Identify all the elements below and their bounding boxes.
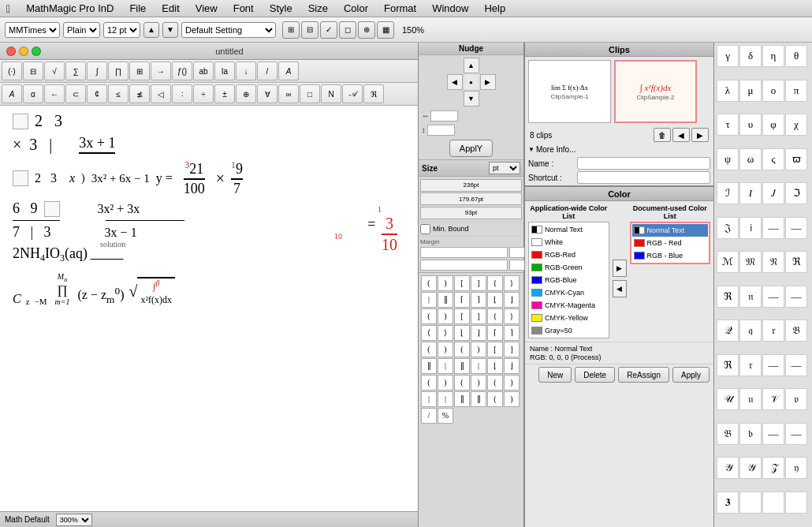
style-selector[interactable]: Plain [63, 22, 100, 38]
doc-color-item-normal[interactable]: Normal Text [632, 224, 709, 237]
char-gothic-J[interactable]: 𝔍 [717, 217, 739, 239]
tool-colon[interactable]: ∶ [172, 84, 192, 103]
color-item-white[interactable]: White [530, 236, 608, 249]
margin-top-input[interactable]: 1pt [420, 247, 508, 258]
char-Q-script[interactable]: 𝒬 [717, 320, 739, 342]
nudge-up-btn[interactable]: ▲ [464, 58, 479, 73]
sym-lb3[interactable]: [ [487, 342, 503, 357]
sym-rc1[interactable]: } [504, 275, 520, 291]
sym-lfloor1[interactable]: ⌊ [487, 292, 503, 308]
toolbar-icon-2[interactable]: ⊟ [301, 21, 318, 39]
tool-dec[interactable]: ↓ [236, 62, 256, 80]
sym-dpipe2[interactable]: ‖ [421, 358, 437, 374]
sym-lc2[interactable]: { [487, 308, 503, 324]
minimize-btn[interactable] [19, 47, 28, 56]
char-chi[interactable]: χ [785, 114, 807, 136]
margin-bottom-input[interactable]: 1pt [420, 260, 508, 271]
char-empty3[interactable] [785, 491, 807, 514]
tool-nleq[interactable]: ≰ [129, 84, 150, 103]
tool-ab[interactable]: ab [193, 62, 214, 80]
char-varpi[interactable]: ϖ [785, 148, 807, 170]
nudge-right-btn[interactable]: ▶ [480, 74, 496, 90]
char-I-script[interactable]: ℐ [717, 182, 739, 204]
char-Y-script[interactable]: 𝒴 [717, 457, 739, 479]
color-item-gray[interactable]: Gray=50 [530, 324, 608, 337]
tool-oplus[interactable]: ⊕ [236, 84, 256, 103]
nudge-down-btn[interactable]: ▼ [464, 91, 479, 107]
char-R-script[interactable]: ℜ [717, 286, 739, 308]
menu-file[interactable]: File [126, 1, 149, 16]
char-eta[interactable]: η [762, 45, 784, 67]
char-V-script[interactable]: 𝒱 [762, 388, 784, 410]
tool-alpha[interactable]: A [2, 84, 22, 103]
sym-lb2[interactable]: [ [454, 308, 470, 324]
nudge-y-input[interactable]: 0 [427, 125, 455, 136]
sym-lp8[interactable]: ( [487, 391, 503, 407]
font-selector[interactable]: MMTimes [5, 22, 60, 38]
clip-sample-1[interactable]: lim Σ f(x)·Δx ClipSample-1 [528, 60, 611, 123]
sym-rp4[interactable]: ) [471, 342, 486, 357]
clips-name-input[interactable]: ClipSample-2 [577, 157, 710, 170]
char-B2-gothic[interactable]: 𝔅 [717, 423, 739, 445]
tool-square[interactable]: □ [300, 84, 320, 103]
equation-canvas[interactable]: 2 3 × 3 | 3x + 1 2 3 x) 3x² + 6x − 1 y = [0, 106, 418, 511]
sym-rfloor2[interactable]: ⌋ [471, 325, 486, 341]
sym-lp5[interactable]: ( [421, 375, 437, 391]
size-up-btn[interactable]: ▲ [143, 22, 159, 38]
char-gothic-r[interactable]: 𝔯 [739, 354, 762, 376]
char-gothic-q[interactable]: 𝔮 [739, 320, 762, 342]
menu-window[interactable]: Window [429, 1, 471, 16]
tool-greek-alpha[interactable]: α [23, 84, 43, 103]
char-M-script[interactable]: ℳ [717, 251, 739, 273]
color-delete-btn[interactable]: Delete [575, 367, 615, 383]
char-dash3[interactable]: — [762, 286, 784, 308]
more-info-row[interactable]: ▼ More Info... [525, 144, 713, 155]
char-dash5[interactable]: — [762, 354, 784, 376]
char-R-frac[interactable]: ℜ [717, 354, 739, 376]
sym-rceil2[interactable]: ⌉ [504, 325, 520, 341]
menu-style[interactable]: Style [266, 1, 296, 16]
sym-lp4[interactable]: ( [454, 342, 470, 357]
sym-rang[interactable]: ⟩ [438, 325, 453, 341]
sym-lp3[interactable]: ( [421, 342, 437, 357]
color-item-normal[interactable]: Normal Text [530, 223, 608, 236]
sym-pct1[interactable]: % [438, 408, 453, 424]
char-dash8[interactable]: — [785, 423, 807, 445]
size-unit-selector[interactable]: pt [489, 162, 520, 174]
size-selector[interactable]: 12 pt [103, 22, 140, 38]
nudge-apply-btn[interactable]: ApplY [449, 140, 493, 157]
menu-app[interactable]: MathMagic Pro InD [23, 1, 117, 16]
char-dash2[interactable]: — [785, 217, 807, 239]
sym-lceil2[interactable]: ⌈ [487, 325, 503, 341]
tool-arrow[interactable]: → [151, 62, 171, 80]
size-down-btn[interactable]: ▼ [162, 22, 178, 38]
color-apply-btn[interactable]: Apply [672, 367, 710, 383]
tool-matrix[interactable]: ⊞ [129, 62, 150, 80]
char-gothic-b[interactable]: 𝔟 [739, 423, 762, 445]
char-U-script[interactable]: 𝒰 [717, 388, 739, 410]
sym-dpipe1[interactable]: ‖ [438, 292, 453, 308]
sym-rp1[interactable]: ) [438, 275, 453, 291]
size-179-btn[interactable]: 179.67pt [420, 192, 522, 205]
tool-frac[interactable]: ⊟ [23, 62, 43, 80]
sym-rp3[interactable]: ) [438, 342, 453, 357]
sym-rb1[interactable]: ] [471, 275, 486, 291]
sym-rb2[interactable]: ] [471, 308, 486, 324]
menu-help[interactable]: Help [481, 1, 508, 16]
size-93-btn[interactable]: 93pt [420, 207, 522, 219]
char-R2[interactable]: 𝔯 [762, 320, 784, 342]
char-omega[interactable]: ω [739, 148, 762, 170]
char-gamma[interactable]: γ [717, 45, 739, 67]
preset-selector[interactable]: Default Setting [181, 22, 276, 38]
color-item-magenta[interactable]: CMYK-Magenta [530, 299, 608, 312]
clips-next-btn[interactable]: ▶ [691, 128, 709, 142]
tool-pm[interactable]: ± [214, 84, 235, 103]
menu-format[interactable]: Format [381, 1, 419, 16]
transfer-right-btn[interactable]: ▶ [613, 260, 627, 277]
tool-la[interactable]: Ia [214, 62, 235, 80]
tool-cent[interactable]: ¢ [87, 84, 107, 103]
char-phi[interactable]: φ [762, 114, 784, 136]
char-empty2[interactable] [762, 491, 784, 514]
char-gothic-v[interactable]: 𝔳 [785, 388, 807, 410]
char-gothic-i[interactable]: 𝔦 [739, 217, 762, 239]
